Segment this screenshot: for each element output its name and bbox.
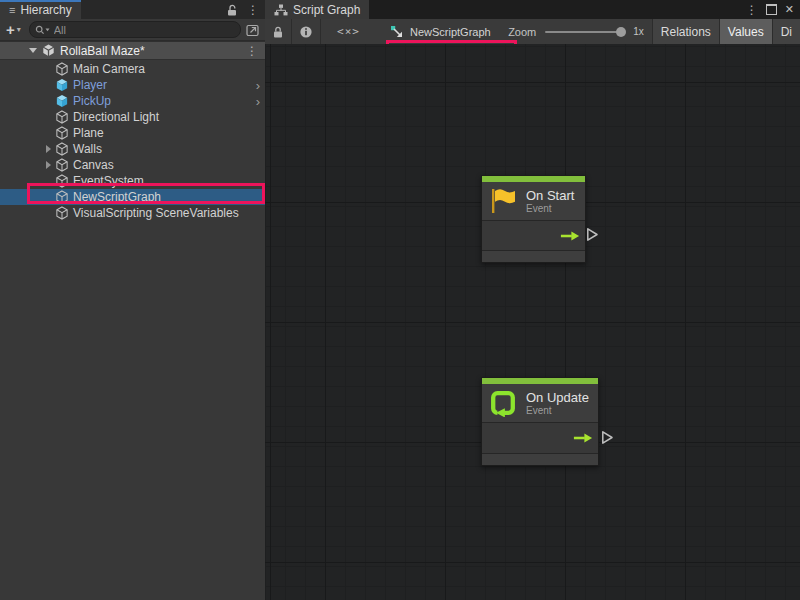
loop-icon: [488, 389, 518, 417]
graph-breadcrumb[interactable]: NewScriptGraph: [390, 19, 491, 44]
close-icon[interactable]: ✕: [785, 3, 794, 16]
tree-item-label: Player: [73, 78, 107, 92]
graph-tabstrip: Script Graph ⋮ ✕: [265, 0, 800, 19]
zoom-slider[interactable]: [545, 31, 623, 33]
node-port-row: [482, 423, 598, 454]
tree-item-canvas[interactable]: Canvas: [0, 157, 265, 173]
tree-item-label: Main Camera: [73, 62, 145, 76]
node-footer: [482, 454, 598, 465]
foldout-closed-icon[interactable]: [46, 161, 51, 169]
panel-menu-icon[interactable]: ⋮: [247, 4, 259, 16]
node-subtitle: Event: [526, 203, 574, 215]
node-on-start[interactable]: On Start Event: [481, 175, 586, 263]
tree-item-label: NewScriptGraph: [73, 190, 161, 204]
graph-toolbar: <×> NewScriptGraph Zoom 1x Relations Val…: [265, 19, 800, 45]
script-graph-panel: Script Graph ⋮ ✕ <×> NewScriptGraph: [265, 0, 800, 600]
add-object-button[interactable]: + ▾: [6, 22, 21, 37]
tree-item-label: Canvas: [73, 158, 114, 172]
tree-item-plane[interactable]: Plane: [0, 125, 265, 141]
node-port-row: [482, 221, 585, 251]
tree-item-label: EventSystem: [73, 174, 144, 188]
node-title: On Start: [526, 188, 574, 203]
zoom-value: 1x: [633, 26, 644, 37]
tree-item-label: Plane: [73, 126, 104, 140]
foldout-closed-icon[interactable]: [46, 145, 51, 153]
node-header: On Start Event: [482, 182, 585, 221]
gameobject-icon: [55, 206, 69, 220]
values-button[interactable]: Values: [719, 19, 772, 44]
prefab-icon: [55, 78, 69, 92]
tree-item-label: Walls: [73, 142, 102, 156]
gameobject-icon: [55, 126, 69, 140]
tab-script-graph[interactable]: Script Graph: [265, 0, 369, 19]
node-header: On Update Event: [482, 384, 598, 423]
search-icon[interactable]: [35, 25, 51, 35]
breadcrumb-label: NewScriptGraph: [410, 26, 491, 38]
flow-output-arrow-icon[interactable]: [573, 433, 593, 444]
tree-item-eventsystem[interactable]: EventSystem: [0, 173, 265, 189]
flag-icon: [488, 187, 518, 215]
zoom-label: Zoom: [508, 26, 536, 38]
graph-info-button[interactable]: [292, 19, 320, 44]
dim-button[interactable]: Di: [772, 19, 800, 44]
gameobject-icon: [55, 142, 69, 156]
scene-name: RollaBall Maze*: [60, 44, 145, 58]
script-graph-tab-label: Script Graph: [293, 3, 360, 17]
graph-canvas[interactable]: On Start Event On Update Event: [265, 44, 800, 600]
prefab-chevron-icon[interactable]: ›: [256, 79, 260, 92]
flow-output-arrow-icon[interactable]: [560, 230, 580, 241]
search-input[interactable]: [51, 24, 235, 36]
tree-item-label: PickUp: [73, 94, 111, 108]
blackboard-variables-button[interactable]: <×>: [321, 19, 376, 44]
scene-menu-icon[interactable]: ⋮: [246, 45, 258, 57]
window-menu-icon[interactable]: ⋮: [746, 4, 758, 16]
scene-header-row[interactable]: RollaBall Maze* ⋮: [0, 41, 265, 60]
gameobject-icon: [55, 62, 69, 76]
unity-logo-icon: [42, 44, 55, 57]
hierarchy-panel: ≡ Hierarchy ⋮ + ▾ RollaBall Maze* ⋮: [0, 0, 266, 600]
prefab-icon: [55, 94, 69, 108]
maximize-icon[interactable]: [766, 4, 777, 15]
node-title: On Update: [526, 390, 589, 405]
tree-item-newscriptgraph[interactable]: NewScriptGraph: [0, 189, 265, 205]
foldout-open-icon[interactable]: [29, 48, 37, 53]
unity-editor-window: ≡ Hierarchy ⋮ + ▾ RollaBall Maze* ⋮: [0, 0, 800, 600]
script-graph-asset-icon: [390, 25, 404, 39]
relations-button[interactable]: Relations: [652, 19, 719, 44]
output-port-icon[interactable]: [586, 227, 599, 242]
tree-item-label: Directional Light: [73, 110, 159, 124]
variables-icon: <×>: [337, 25, 360, 38]
tree-item-directional-light[interactable]: Directional Light: [0, 109, 265, 125]
hierarchy-tab-label: Hierarchy: [20, 3, 71, 17]
caret-down-icon: ▾: [17, 25, 21, 34]
gameobject-icon: [55, 158, 69, 172]
tree-item-walls[interactable]: Walls: [0, 141, 265, 157]
graph-lock-button[interactable]: [265, 19, 291, 44]
prefab-chevron-icon[interactable]: ›: [256, 95, 260, 108]
popout-search-icon[interactable]: [245, 22, 261, 38]
tree-item-main-camera[interactable]: Main Camera: [0, 61, 265, 77]
tree-item-player[interactable]: Player ›: [0, 77, 265, 93]
hierarchy-tab-icon: ≡: [9, 4, 15, 16]
hierarchy-tabstrip: ≡ Hierarchy ⋮: [0, 0, 265, 19]
node-subtitle: Event: [526, 405, 589, 417]
hierarchy-toolbar: + ▾: [0, 19, 265, 41]
graph-icon: [274, 4, 288, 16]
plus-icon: +: [6, 22, 15, 37]
gameobject-icon: [55, 110, 69, 124]
zoom-slider-handle[interactable]: [616, 27, 626, 37]
search-field[interactable]: [29, 21, 241, 38]
lock-icon: [271, 25, 285, 39]
zoom-controls: Zoom 1x Relations Values Di: [508, 19, 800, 44]
node-on-update[interactable]: On Update Event: [481, 377, 599, 466]
unlock-icon[interactable]: [225, 3, 239, 17]
active-tab-accent: [0, 0, 81, 2]
gameobject-icon: [55, 190, 69, 204]
tab-hierarchy[interactable]: ≡ Hierarchy: [0, 0, 81, 19]
tree-item-visualscripting-scenevariables[interactable]: VisualScripting SceneVariables: [0, 205, 265, 221]
gameobject-icon: [55, 174, 69, 188]
tree-item-label: VisualScripting SceneVariables: [73, 206, 239, 220]
info-icon: [299, 25, 313, 39]
tree-item-pickup[interactable]: PickUp ›: [0, 93, 265, 109]
output-port-icon[interactable]: [601, 430, 614, 445]
